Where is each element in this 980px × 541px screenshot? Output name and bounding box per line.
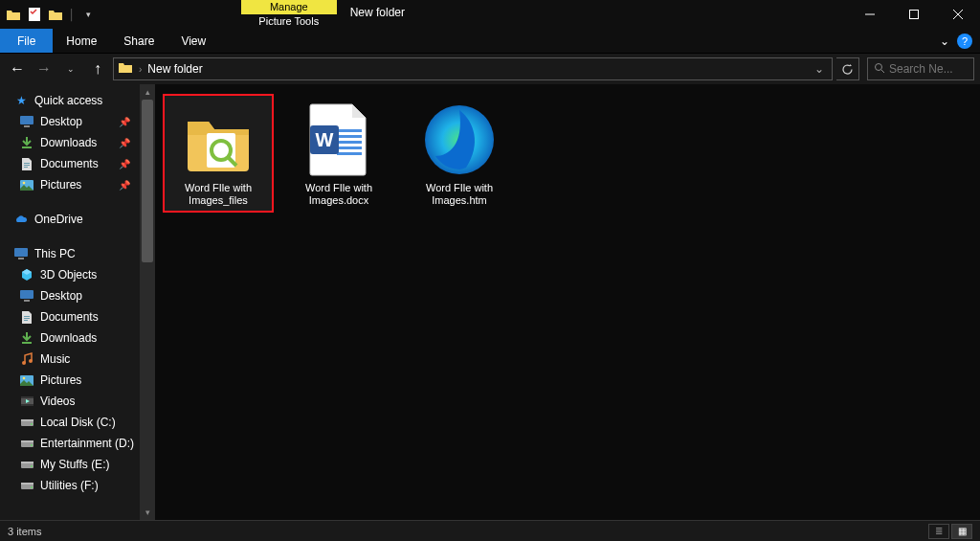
- folder-icon[interactable]: [4, 5, 23, 24]
- scroll-thumb[interactable]: [142, 100, 153, 262]
- svg-rect-12: [24, 167, 28, 168]
- forward-button[interactable]: →: [33, 57, 56, 80]
- sidebar-item[interactable]: Downloads: [0, 327, 140, 349]
- pin-icon: 📌: [119, 159, 130, 169]
- sidebar-item-label: Utilities (F:): [40, 479, 99, 492]
- svg-text:W: W: [316, 129, 334, 150]
- picture-icon: [19, 372, 34, 388]
- large-icons-view-button[interactable]: ▦: [951, 524, 972, 539]
- sidebar-item[interactable]: Music: [0, 349, 140, 370]
- svg-rect-8: [24, 125, 30, 127]
- tab-home[interactable]: Home: [53, 29, 110, 53]
- close-button[interactable]: [936, 0, 980, 29]
- sidebar-item[interactable]: My Stuffs (E:): [0, 454, 140, 475]
- chevron-down-icon[interactable]: ⌄: [814, 62, 824, 76]
- svg-rect-10: [24, 163, 30, 164]
- contextual-tab: Manage Picture Tools: [241, 0, 337, 29]
- sidebar-item-label: Local Disk (C:): [40, 416, 116, 429]
- refresh-button[interactable]: [836, 57, 859, 80]
- sidebar-item[interactable]: 3D Objects: [0, 264, 140, 285]
- sidebar-item[interactable]: Entertainment (D:): [0, 433, 140, 454]
- svg-point-38: [31, 465, 33, 467]
- svg-rect-18: [24, 300, 30, 302]
- svg-rect-19: [24, 316, 30, 317]
- sidebar: ★ Quick access Desktop📌Downloads📌Documen…: [0, 84, 140, 520]
- sidebar-item[interactable]: Desktop: [0, 285, 140, 306]
- word-file-icon: W: [301, 101, 377, 178]
- search-input[interactable]: [889, 62, 966, 76]
- scroll-up-icon[interactable]: ▴: [140, 84, 155, 100]
- file-label: Word FIle with Images.htm: [408, 182, 511, 207]
- tab-share[interactable]: Share: [110, 29, 167, 53]
- sidebar-item[interactable]: Documents: [0, 306, 140, 327]
- file-item[interactable]: Word FIle with Images.htm: [406, 96, 513, 211]
- disk-icon: [19, 457, 34, 472]
- file-label: Word FIle with Images.docx: [287, 182, 390, 207]
- pin-icon: 📌: [119, 138, 130, 148]
- sidebar-item[interactable]: Desktop📌: [0, 111, 140, 132]
- tab-view[interactable]: View: [167, 29, 219, 53]
- svg-rect-28: [21, 396, 33, 398]
- sidebar-item[interactable]: Pictures📌: [0, 174, 140, 195]
- svg-rect-37: [21, 462, 33, 463]
- sidebar-this-pc[interactable]: This PC: [0, 243, 140, 264]
- window-controls: [848, 0, 980, 29]
- breadcrumb-current[interactable]: New folder: [147, 62, 202, 76]
- details-view-button[interactable]: ≣: [928, 524, 949, 539]
- sidebar-quick-access[interactable]: ★ Quick access: [0, 90, 140, 111]
- sidebar-item[interactable]: Local Disk (C:): [0, 412, 140, 433]
- minimize-button[interactable]: [848, 0, 892, 29]
- svg-rect-11: [24, 165, 30, 166]
- svg-point-5: [876, 63, 882, 70]
- disk-icon: [19, 478, 34, 493]
- sidebar-item-label: OneDrive: [34, 213, 83, 226]
- svg-point-24: [29, 359, 33, 363]
- sidebar-item[interactable]: Videos: [0, 391, 140, 412]
- help-icon[interactable]: ?: [957, 34, 972, 49]
- sidebar-item[interactable]: Downloads📌: [0, 132, 140, 153]
- sidebar-item[interactable]: Utilities (F:): [0, 475, 140, 496]
- svg-rect-44: [337, 129, 362, 132]
- picture-icon: [19, 177, 34, 192]
- disk-icon: [19, 436, 34, 451]
- up-button[interactable]: ↑: [86, 57, 109, 80]
- ribbon-tabs: File Home Share View ⌄ ?: [0, 29, 980, 54]
- file-item[interactable]: WWord FIle with Images.docx: [285, 96, 392, 211]
- sidebar-item-label: Pictures: [40, 178, 81, 192]
- new-folder-icon[interactable]: [46, 5, 65, 24]
- manage-tab-sublabel[interactable]: Picture Tools: [258, 14, 319, 29]
- svg-point-32: [31, 423, 33, 425]
- manage-tab-label[interactable]: Manage: [241, 0, 337, 14]
- sidebar-onedrive[interactable]: OneDrive: [0, 209, 140, 230]
- sidebar-item-label: Pictures: [40, 373, 81, 387]
- sidebar-scrollbar[interactable]: ▴ ▾: [140, 84, 155, 520]
- cube-icon: [19, 267, 34, 282]
- svg-rect-9: [22, 147, 32, 148]
- recent-locations-button[interactable]: ⌄: [59, 57, 82, 80]
- cloud-icon: [13, 212, 29, 227]
- sidebar-item-label: 3D Objects: [40, 268, 97, 282]
- back-button[interactable]: ←: [6, 57, 29, 80]
- file-view[interactable]: Word FIle with Images_filesWWord FIle wi…: [155, 84, 980, 520]
- scroll-down-icon[interactable]: ▾: [140, 505, 155, 520]
- properties-icon[interactable]: [25, 5, 44, 24]
- pin-icon: 📌: [119, 117, 130, 127]
- sidebar-item[interactable]: Documents📌: [0, 153, 140, 174]
- tab-file[interactable]: File: [0, 29, 53, 53]
- sidebar-item-label: Music: [40, 352, 70, 366]
- dropdown-icon[interactable]: ▾: [79, 5, 99, 24]
- desktop-icon: [19, 288, 34, 304]
- svg-rect-34: [21, 440, 33, 442]
- maximize-button[interactable]: [892, 0, 936, 29]
- ribbon-collapse-icon[interactable]: ⌄: [940, 34, 949, 48]
- breadcrumb[interactable]: › New folder ⌄: [113, 57, 833, 80]
- scroll-track[interactable]: [140, 100, 155, 505]
- music-icon: [19, 351, 34, 367]
- sidebar-item[interactable]: Pictures: [0, 370, 140, 391]
- file-item[interactable]: Word FIle with Images_files: [165, 96, 272, 211]
- status-item-count: 3 items: [8, 526, 41, 537]
- svg-rect-46: [337, 141, 362, 144]
- video-icon: [19, 394, 34, 409]
- svg-rect-17: [20, 290, 33, 299]
- search-box[interactable]: [867, 57, 974, 80]
